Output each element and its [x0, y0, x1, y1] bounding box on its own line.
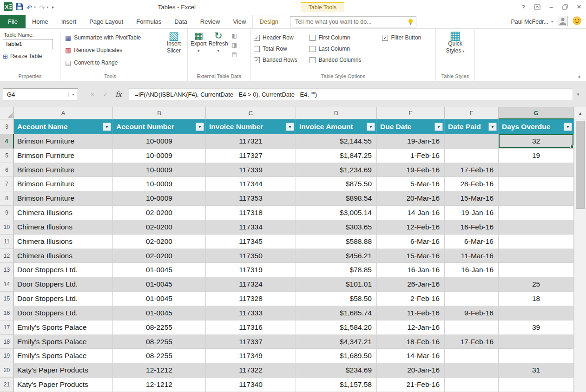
save-icon[interactable] [16, 3, 23, 12]
cell-days-overdue[interactable]: 25 [499, 277, 574, 292]
cell-account-name[interactable]: Brimson Furniture [14, 191, 113, 206]
cell-date-paid[interactable] [445, 277, 499, 292]
row-number[interactable]: 18 [0, 335, 14, 349]
table-header-invoice-number[interactable]: Invoice Number▼ [206, 119, 296, 134]
cell-days-overdue[interactable] [499, 206, 574, 220]
undo-dropdown-icon[interactable]: ▾ [34, 6, 36, 9]
row-number[interactable]: 21 [0, 378, 14, 392]
filter-dropdown-due-date[interactable]: ▼ [435, 123, 443, 131]
scroll-up-button[interactable]: ▲ [574, 107, 586, 119]
cell-invoice-amount[interactable]: $875.50 [296, 177, 377, 191]
minimize-button[interactable]: – [544, 0, 558, 14]
cell-account-name[interactable]: Brimson Furniture [14, 177, 113, 191]
row-number[interactable]: 7 [0, 177, 14, 191]
row-number[interactable]: 13 [0, 263, 14, 277]
cell-invoice-number[interactable]: 117319 [206, 263, 296, 277]
cell-account-number[interactable]: 12-1212 [113, 363, 206, 378]
table-header-invoice-amount[interactable]: Invoice Amount▼ [296, 119, 377, 134]
cell-date-paid[interactable] [445, 349, 499, 363]
cell-days-overdue[interactable]: 31 [499, 363, 574, 378]
cell-account-number[interactable]: 08-2255 [113, 349, 206, 363]
cell-account-name[interactable]: Brimson Furniture [14, 149, 113, 163]
cell-invoice-amount[interactable]: $1,847.25 [296, 149, 377, 163]
cell-due-date[interactable]: 26-Jan-16 [377, 277, 445, 292]
row-number[interactable]: 3 [0, 119, 14, 134]
cell-account-number[interactable]: 08-2255 [113, 335, 206, 349]
cell-days-overdue[interactable] [499, 306, 574, 320]
tab-formulas[interactable]: Formulas [130, 15, 168, 28]
cell-account-number[interactable]: 01-0045 [113, 306, 206, 320]
cell-invoice-amount[interactable]: $1,234.69 [296, 163, 377, 177]
cell-days-overdue[interactable] [499, 263, 574, 277]
redo-dropdown-icon[interactable]: ▾ [47, 6, 49, 9]
cell-date-paid[interactable] [445, 363, 499, 378]
table-header-date-paid[interactable]: Date Paid▼ [445, 119, 499, 134]
cell-invoice-number[interactable]: 117345 [206, 235, 296, 249]
cell-days-overdue[interactable]: 19 [499, 149, 574, 163]
checkbox-filter-button[interactable]: ✓Filter Button [382, 34, 433, 41]
cell-invoice-number[interactable]: 117339 [206, 163, 296, 177]
row-number[interactable]: 4 [0, 134, 14, 149]
table-header-days-overdue[interactable]: Days Overdue▼ [499, 119, 574, 134]
cell-due-date[interactable]: 19-Jan-16 [377, 134, 445, 149]
cell-due-date[interactable]: 11-Feb-16 [377, 306, 445, 320]
refresh-button[interactable]: ↻ Refresh ▾ [209, 31, 228, 57]
cell-due-date[interactable]: 18-Feb-16 [377, 335, 445, 349]
cell-due-date[interactable]: 14-Mar-16 [377, 349, 445, 363]
cell-account-name[interactable]: Emily's Sports Palace [14, 335, 113, 349]
filter-dropdown-invoice-number[interactable]: ▼ [286, 123, 294, 131]
cell-account-name[interactable]: Chimera Illusions [14, 235, 113, 249]
column-header-e[interactable]: E [377, 107, 445, 119]
cell-date-paid[interactable] [445, 134, 499, 149]
checkbox-first-column[interactable]: First Column [309, 34, 382, 41]
cell-invoice-amount[interactable]: $1,157.58 [296, 378, 377, 392]
cell-date-paid[interactable]: 17-Feb-16 [445, 335, 499, 349]
smiley-icon[interactable] [573, 16, 581, 27]
cell-due-date[interactable]: 20-Jan-16 [377, 363, 445, 378]
cell-invoice-number[interactable]: 117353 [206, 191, 296, 206]
tab-page-layout[interactable]: Page Layout [83, 15, 130, 28]
open-in-browser-icon[interactable]: ◨ [232, 42, 237, 48]
cell-account-name[interactable]: Chimera Illusions [14, 220, 113, 235]
row-number[interactable]: 8 [0, 191, 14, 206]
cell-date-paid[interactable] [445, 149, 499, 163]
cell-date-paid[interactable]: 16-Feb-16 [445, 220, 499, 235]
cell-due-date[interactable]: 12-Jan-16 [377, 320, 445, 335]
cell-account-number[interactable]: 01-0045 [113, 277, 206, 292]
checkbox-total-row[interactable]: Total Row [254, 46, 309, 52]
export-button[interactable]: ▦ Export ▾ [191, 31, 207, 57]
filter-dropdown-invoice-amount[interactable]: ▼ [367, 123, 375, 131]
cell-date-paid[interactable]: 16-Jan-16 [445, 263, 499, 277]
row-number[interactable]: 19 [0, 349, 14, 363]
cell-days-overdue[interactable] [499, 249, 574, 263]
tab-insert[interactable]: Insert [55, 15, 83, 28]
unlink-icon[interactable]: ▤ [232, 52, 237, 57]
filter-dropdown-account-number[interactable]: ▼ [196, 123, 204, 131]
name-box-dropdown-icon[interactable]: ▾ [68, 92, 78, 97]
row-number[interactable]: 6 [0, 163, 14, 177]
close-button[interactable]: × [572, 0, 586, 14]
cell-invoice-amount[interactable]: $588.88 [296, 235, 377, 249]
cell-due-date[interactable]: 2-Feb-16 [377, 292, 445, 306]
cell-account-name[interactable]: Katy's Paper Products [14, 378, 113, 392]
cell-invoice-amount[interactable]: $456.21 [296, 249, 377, 263]
cell-days-overdue[interactable] [499, 349, 574, 363]
cell-date-paid[interactable] [445, 378, 499, 392]
customize-qat-icon[interactable]: ▾ [52, 5, 54, 10]
cell-account-name[interactable]: Emily's Sports Palace [14, 320, 113, 335]
avatar[interactable] [558, 16, 568, 28]
cell-date-paid[interactable] [445, 320, 499, 335]
vertical-scrollbar[interactable]: ▲ [574, 107, 586, 392]
row-number[interactable]: 14 [0, 277, 14, 292]
restore-button[interactable] [558, 0, 572, 14]
cell-account-name[interactable]: Katy's Paper Products [14, 363, 113, 378]
help-button[interactable]: ? [516, 0, 530, 14]
cell-account-name[interactable]: Chimera Illusions [14, 249, 113, 263]
quick-styles-button[interactable]: ▦ Quick Styles ▾ [446, 31, 464, 55]
scrollbar-track[interactable] [574, 119, 586, 392]
collapse-ribbon-icon[interactable]: ▴ [578, 73, 580, 78]
cell-account-number[interactable]: 10-0009 [113, 149, 206, 163]
cell-account-name[interactable]: Chimera Illusions [14, 206, 113, 220]
cell-account-number[interactable]: 01-0045 [113, 263, 206, 277]
cell-days-overdue[interactable]: 18 [499, 292, 574, 306]
